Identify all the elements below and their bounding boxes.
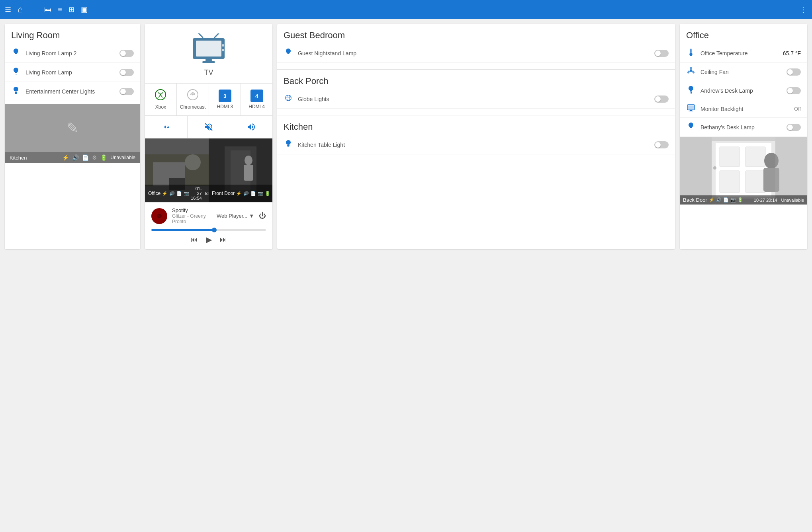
entertainment-center-toggle[interactable]: [119, 88, 134, 95]
next-button[interactable]: ⏭: [220, 236, 227, 244]
front-door-camera-overlay: Front Door ⚡ 🔊 📄 📷 🔋 01-16 19:01 Unavail…: [209, 185, 272, 202]
svg-rect-6: [196, 41, 221, 57]
bd-motion-icon[interactable]: ⚡: [709, 197, 714, 203]
office-temp-row: Office Temperature 65.7 °F: [680, 44, 807, 63]
home-icon[interactable]: ⌂: [18, 4, 23, 15]
living-room-lamp-2-name: Living Room Lamp 2: [25, 50, 115, 57]
fd-mic-icon[interactable]: 🔊: [243, 191, 249, 196]
menu-icon[interactable]: ☰: [5, 5, 11, 14]
doc-icon[interactable]: 📄: [82, 154, 89, 161]
office-panel: Office Office Temperature 65.7 °F: [680, 24, 807, 249]
thermometer-icon: [686, 48, 696, 58]
globe-lights-toggle[interactable]: [654, 95, 669, 103]
kitchen-spacer: [277, 154, 675, 161]
tv-camera-feeds: Office ⚡ 🔊 📄 📷 01-27 16:54 Idle: [145, 138, 272, 202]
office-back-door-camera: Back Door ⚡ 🔊 📄 📷 🔋 10-27 20:14 Unavaila…: [680, 137, 807, 205]
entertainment-center-row: Entertainment Center Lights: [5, 82, 140, 101]
grid-icon[interactable]: ⊞: [68, 5, 74, 14]
office-doc-icon[interactable]: 📄: [176, 191, 182, 196]
living-room-lamp-2-toggle[interactable]: [119, 50, 134, 57]
svg-rect-35: [288, 146, 290, 147]
bulb-icon: [11, 86, 21, 97]
bd-battery-icon[interactable]: 🔋: [738, 197, 743, 203]
spotify-progress-dot: [212, 228, 217, 232]
hdmi4-label: HDMI 4: [248, 104, 265, 109]
spotify-source-button[interactable]: Web Player... ▼: [217, 213, 254, 219]
spotify-progress-fill: [151, 229, 214, 231]
svg-point-39: [690, 70, 692, 72]
fd-motion-icon[interactable]: ⚡: [236, 191, 242, 196]
chromecast-icon: [187, 89, 198, 103]
svg-rect-53: [745, 171, 765, 193]
users-icon[interactable]: 👤: [29, 5, 38, 14]
play-button[interactable]: ▶: [206, 235, 212, 244]
xbox-button[interactable]: Xbox: [145, 84, 177, 115]
battery-icon[interactable]: 🔋: [100, 154, 107, 161]
spotify-info: Spotify Glitzer - Greeny, Pronto: [172, 207, 212, 224]
andrews-desk-lamp-toggle[interactable]: [787, 87, 801, 94]
guest-lamp-icon: [284, 48, 293, 58]
list-icon[interactable]: ≡: [58, 6, 62, 14]
globe-icon: [284, 94, 293, 104]
spotify-album-art: [151, 208, 167, 224]
bd-camera-icon[interactable]: 📷: [730, 197, 736, 203]
bethanys-desk-lamp-toggle[interactable]: [787, 124, 801, 131]
fd-camera-icon[interactable]: 📷: [258, 191, 263, 196]
hdmi3-button[interactable]: 3 HDMI 3: [209, 84, 241, 115]
motion-icon[interactable]: ⚡: [62, 154, 69, 161]
office-temp-name: Office Temperature: [700, 50, 778, 57]
office-camera-feed: Office ⚡ 🔊 📄 📷 01-27 16:54 Idle: [145, 138, 209, 202]
volume-controls: [145, 115, 272, 138]
living-room-lamp-toggle[interactable]: [119, 69, 134, 76]
fd-doc-icon[interactable]: 📄: [250, 191, 256, 196]
settings-icon[interactable]: ⚙: [92, 154, 97, 161]
back-door-camera-name: Back Door: [683, 197, 707, 203]
monitor-backlight-name: Monitor Backlight: [700, 106, 789, 112]
svg-point-42: [687, 70, 690, 74]
guest-bedroom-section: Guest Bedroom Guest Nightstand Lamp: [277, 24, 675, 70]
kitchen-table-light-toggle[interactable]: [654, 141, 669, 148]
kitchen-camera-bar: Kitchen ⚡ 🔊 📄 ⚙ 🔋 Unavailable: [5, 152, 140, 163]
back-door-camera-svg: [680, 137, 807, 205]
tv-icon[interactable]: ▣: [81, 5, 88, 14]
svg-point-12: [160, 94, 161, 95]
hdmi3-badge: 3: [219, 90, 231, 102]
back-door-camera-status: Unavailable: [781, 198, 804, 203]
back-door-camera-time: 10-27 20:14: [754, 198, 777, 203]
hdmi4-button[interactable]: 4 HDMI 4: [241, 84, 272, 115]
more-options-icon[interactable]: ⋮: [799, 5, 807, 14]
svg-rect-2: [15, 93, 17, 94]
office-mic-icon[interactable]: 🔊: [169, 191, 175, 196]
guest-nightstand-lamp-toggle[interactable]: [654, 50, 669, 57]
svg-rect-46: [689, 111, 693, 111]
svg-point-37: [689, 53, 692, 56]
kitchen-camera-status: Unavailable: [110, 155, 135, 160]
office-motion-icon[interactable]: ⚡: [162, 191, 168, 196]
ceiling-fan-toggle[interactable]: [787, 68, 801, 76]
volume-up-button[interactable]: [230, 116, 272, 138]
volume-mute-button[interactable]: [188, 116, 230, 138]
hdmi4-badge: 4: [250, 90, 263, 102]
svg-point-56: [713, 166, 716, 170]
bed-icon[interactable]: 🛏: [44, 6, 51, 14]
mic-icon[interactable]: 🔊: [72, 154, 79, 161]
dropdown-icon: ▼: [249, 213, 254, 219]
svg-rect-51: [745, 147, 765, 167]
svg-rect-10: [202, 61, 215, 63]
chromecast-button[interactable]: Chromecast: [177, 84, 209, 115]
svg-rect-58: [775, 137, 807, 205]
lamp-icon: [11, 48, 21, 58]
office-camera-icon[interactable]: 📷: [184, 191, 189, 196]
bd-mic-icon[interactable]: 🔊: [716, 197, 722, 203]
spotify-power-button[interactable]: ⏻: [259, 212, 266, 220]
bd-doc-icon[interactable]: 📄: [723, 197, 729, 203]
spotify-progress-bar[interactable]: [151, 229, 266, 231]
previous-button[interactable]: ⏮: [191, 236, 198, 244]
andrews-desk-lamp-name: Andrew's Desk Lamp: [700, 88, 782, 94]
kitchen-camera-section: ✎ Kitchen ⚡ 🔊 📄 ⚙ 🔋 Unavailable: [5, 104, 140, 163]
svg-line-3: [199, 33, 203, 37]
volume-down-button[interactable]: [145, 116, 188, 138]
fd-battery-icon[interactable]: 🔋: [265, 191, 270, 196]
svg-point-26: [245, 156, 252, 165]
tv-panel: TV Xbox: [145, 24, 272, 249]
